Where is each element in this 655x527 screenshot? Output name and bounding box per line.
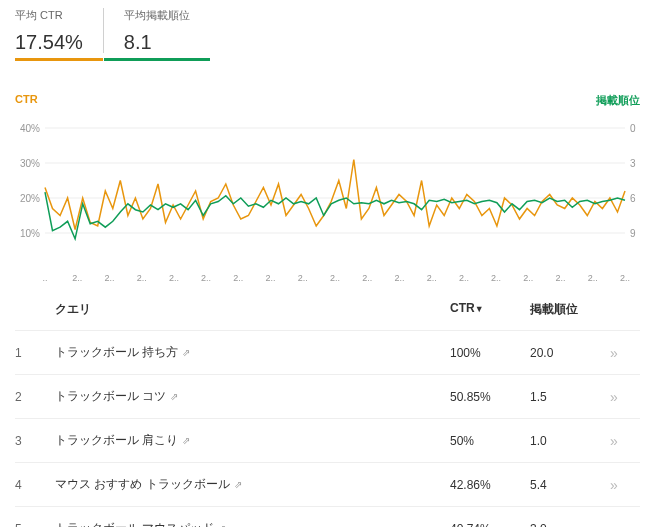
col-arrow-header xyxy=(610,301,640,318)
row-query-link[interactable]: マウス おすすめ トラックボール⇗ xyxy=(55,476,450,493)
row-expand[interactable]: » xyxy=(610,521,640,528)
svg-text:6: 6 xyxy=(630,193,636,204)
external-link-icon: ⇗ xyxy=(182,435,190,446)
row-query-link[interactable]: トラックボール コツ⇗ xyxy=(55,388,450,405)
table-header: クエリ CTR▼ 掲載順位 xyxy=(15,293,640,330)
gridlines xyxy=(45,128,625,233)
svg-text:2..: 2.. xyxy=(523,273,533,283)
row-expand[interactable]: » xyxy=(610,433,640,449)
row-query-link[interactable]: トラックボール 持ち方⇗ xyxy=(55,344,450,361)
svg-text:2..: 2.. xyxy=(394,273,404,283)
svg-text:2..: 2.. xyxy=(620,273,630,283)
svg-text:2..: 2.. xyxy=(169,273,179,283)
chevron-right-icon: » xyxy=(610,389,615,405)
svg-text:40%: 40% xyxy=(20,123,40,134)
svg-text:2..: 2.. xyxy=(330,273,340,283)
svg-text:3: 3 xyxy=(630,158,636,169)
row-ctr: 40.74% xyxy=(450,522,530,528)
pos-line xyxy=(45,192,625,239)
chevron-right-icon: » xyxy=(610,521,615,528)
legend-pos-label: 掲載順位 xyxy=(596,93,640,108)
external-link-icon: ⇗ xyxy=(170,391,178,402)
svg-text:2..: 2.. xyxy=(427,273,437,283)
svg-text:9: 9 xyxy=(630,228,636,239)
table-row[interactable]: 1トラックボール 持ち方⇗100%20.0» xyxy=(15,330,640,374)
row-expand[interactable]: » xyxy=(610,389,640,405)
row-ctr: 50% xyxy=(450,434,530,448)
table-row[interactable]: 4マウス おすすめ トラックボール⇗42.86%5.4» xyxy=(15,462,640,506)
row-expand[interactable]: » xyxy=(610,477,640,493)
chevron-right-icon: » xyxy=(610,433,615,449)
external-link-icon: ⇗ xyxy=(234,479,242,490)
row-pos: 1.0 xyxy=(530,434,610,448)
table-body: 1トラックボール 持ち方⇗100%20.0»2トラックボール コツ⇗50.85%… xyxy=(15,330,640,527)
svg-text:2..: 2.. xyxy=(201,273,211,283)
table-row[interactable]: 5トラックボール マウスパッド⇗40.74%3.0» xyxy=(15,506,640,527)
x-axis-labels: ..2..2..2..2..2..2..2..2..2..2..2..2..2.… xyxy=(42,273,630,283)
row-ctr: 50.85% xyxy=(450,390,530,404)
svg-text:2..: 2.. xyxy=(491,273,501,283)
chevron-right-icon: » xyxy=(610,345,615,361)
svg-text:20%: 20% xyxy=(20,193,40,204)
external-link-icon: ⇗ xyxy=(182,347,190,358)
row-pos: 5.4 xyxy=(530,478,610,492)
svg-text:2..: 2.. xyxy=(588,273,598,283)
svg-text:30%: 30% xyxy=(20,158,40,169)
metric-pos-label: 平均掲載順位 xyxy=(124,8,190,23)
query-table: クエリ CTR▼ 掲載順位 1トラックボール 持ち方⇗100%20.0»2トラッ… xyxy=(0,283,655,527)
ctr-line xyxy=(45,160,625,230)
right-axis-labels: 0 3 6 9 xyxy=(630,123,636,239)
svg-text:2..: 2.. xyxy=(72,273,82,283)
row-pos: 20.0 xyxy=(530,346,610,360)
row-expand[interactable]: » xyxy=(610,345,640,361)
row-rank: 3 xyxy=(15,434,55,448)
svg-text:2..: 2.. xyxy=(362,273,372,283)
metric-pos-value: 8.1 xyxy=(124,31,190,54)
external-link-icon: ⇗ xyxy=(218,523,226,527)
svg-text:2..: 2.. xyxy=(459,273,469,283)
row-ctr: 42.86% xyxy=(450,478,530,492)
svg-text:2..: 2.. xyxy=(233,273,243,283)
row-rank: 1 xyxy=(15,346,55,360)
chart-svg: 40% 30% 20% 10% 0 3 6 9 ..2..2..2..2..2.… xyxy=(15,118,640,283)
left-axis-labels: 40% 30% 20% 10% xyxy=(20,123,40,239)
legend-ctr-label: CTR xyxy=(15,93,38,108)
row-rank: 5 xyxy=(15,522,55,528)
row-pos: 1.5 xyxy=(530,390,610,404)
chart-area: 40% 30% 20% 10% 0 3 6 9 ..2..2..2..2..2.… xyxy=(0,118,655,283)
row-rank: 4 xyxy=(15,478,55,492)
metric-ctr-label: 平均 CTR xyxy=(15,8,83,23)
col-pos-header[interactable]: 掲載順位 xyxy=(530,301,610,318)
sort-desc-icon: ▼ xyxy=(475,304,484,314)
svg-text:2..: 2.. xyxy=(266,273,276,283)
svg-text:2..: 2.. xyxy=(298,273,308,283)
svg-text:2..: 2.. xyxy=(556,273,566,283)
table-row[interactable]: 3トラックボール 肩こり⇗50%1.0» xyxy=(15,418,640,462)
metrics-row: 平均 CTR 17.54% 平均掲載順位 8.1 xyxy=(0,0,655,61)
metric-ctr-card[interactable]: 平均 CTR 17.54% xyxy=(15,0,103,61)
table-row[interactable]: 2トラックボール コツ⇗50.85%1.5» xyxy=(15,374,640,418)
col-rank-header xyxy=(15,301,55,318)
row-ctr: 100% xyxy=(450,346,530,360)
svg-text:..: .. xyxy=(42,273,47,283)
col-ctr-header[interactable]: CTR▼ xyxy=(450,301,530,318)
row-query-link[interactable]: トラックボール マウスパッド⇗ xyxy=(55,520,450,527)
svg-text:2..: 2.. xyxy=(137,273,147,283)
metric-pos-card[interactable]: 平均掲載順位 8.1 xyxy=(104,0,210,61)
svg-text:2..: 2.. xyxy=(104,273,114,283)
row-query-link[interactable]: トラックボール 肩こり⇗ xyxy=(55,432,450,449)
svg-text:0: 0 xyxy=(630,123,636,134)
svg-text:10%: 10% xyxy=(20,228,40,239)
col-query-header[interactable]: クエリ xyxy=(55,301,450,318)
chart-legend: CTR 掲載順位 xyxy=(0,61,655,118)
row-pos: 3.0 xyxy=(530,522,610,528)
metric-ctr-value: 17.54% xyxy=(15,31,83,54)
chevron-right-icon: » xyxy=(610,477,615,493)
row-rank: 2 xyxy=(15,390,55,404)
